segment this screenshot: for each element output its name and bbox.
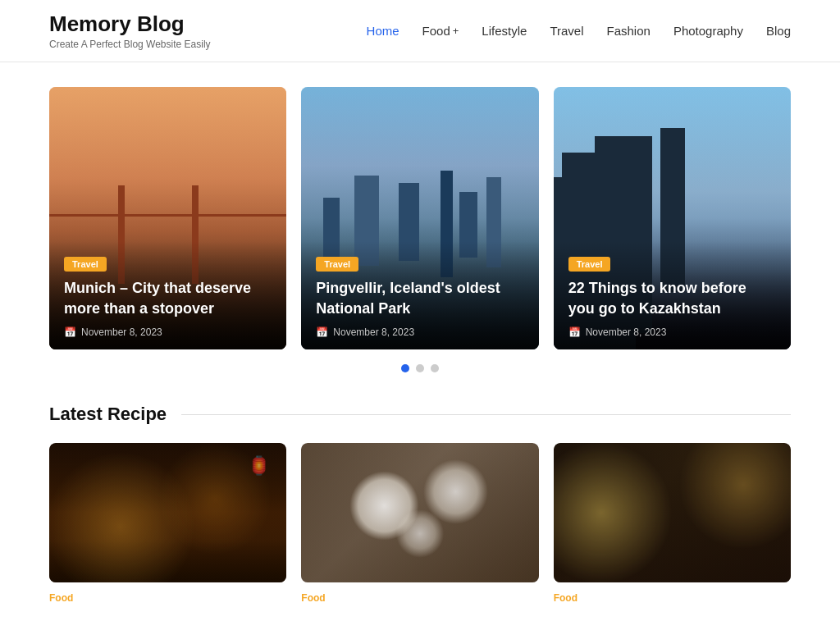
main-nav: Home Food + Lifestyle Travel Fashion Pho… — [367, 24, 791, 38]
slide-card-3[interactable]: Travel 22 Things to know before you go t… — [554, 87, 791, 349]
slide-date-2: 📅 November 8, 2023 — [316, 326, 523, 338]
slide-title-3: 22 Things to know before you go to Kazak… — [568, 278, 776, 318]
food-plus-icon: + — [453, 25, 459, 37]
dot-1[interactable] — [401, 364, 409, 372]
nav-lifestyle[interactable]: Lifestyle — [482, 24, 527, 38]
calendar-icon-1: 📅 — [64, 326, 76, 338]
calendar-icon-3: 📅 — [568, 326, 581, 338]
recipe-grid: Food Food Food — [49, 443, 791, 605]
dot-2[interactable] — [416, 364, 424, 372]
slider-dots — [49, 349, 791, 379]
hero-slider: Travel Munich – City that deserve more t… — [0, 62, 840, 379]
nav-food[interactable]: Food + — [422, 24, 459, 38]
recipe-tag-1: Food — [49, 591, 286, 605]
recipe-tag-3: Food — [554, 591, 791, 605]
slide-tag-3: Travel — [568, 257, 611, 272]
nav-travel[interactable]: Travel — [550, 24, 583, 38]
recipe-image-3 — [554, 443, 791, 582]
slide-overlay-1: Travel Munich – City that deserve more t… — [49, 241, 286, 349]
latest-recipe-section: Latest Recipe Food Food Food — [0, 379, 840, 622]
recipe-tag-2: Food — [301, 591, 538, 605]
recipe-image-1 — [49, 443, 286, 582]
nav-fashion[interactable]: Fashion — [607, 24, 651, 38]
nav-home[interactable]: Home — [367, 24, 399, 38]
recipe-card-1[interactable]: Food — [49, 443, 286, 605]
slide-title-1: Munich – City that deserve more than a s… — [64, 278, 272, 318]
logo-subtitle: Create A Perfect Blog Website Easily — [49, 39, 211, 50]
section-title: Latest Recipe — [49, 404, 167, 425]
logo: Memory Blog Create A Perfect Blog Websit… — [49, 11, 211, 50]
section-divider — [181, 414, 791, 415]
slide-overlay-3: Travel 22 Things to know before you go t… — [554, 241, 791, 349]
logo-title: Memory Blog — [49, 11, 211, 37]
slide-title-2: Pingvellir, Iceland's oldest National Pa… — [316, 278, 523, 318]
nav-blog[interactable]: Blog — [766, 24, 791, 38]
slide-date-3: 📅 November 8, 2023 — [568, 326, 776, 338]
recipe-image-2 — [301, 443, 538, 582]
dot-3[interactable] — [431, 364, 439, 372]
slide-overlay-2: Travel Pingvellir, Iceland's oldest Nati… — [301, 241, 538, 349]
section-header: Latest Recipe — [49, 404, 791, 425]
slider-grid: Travel Munich – City that deserve more t… — [49, 87, 791, 349]
slide-date-1: 📅 November 8, 2023 — [64, 326, 272, 338]
recipe-card-3[interactable]: Food — [554, 443, 791, 605]
recipe-card-2[interactable]: Food — [301, 443, 538, 605]
header: Memory Blog Create A Perfect Blog Websit… — [0, 0, 840, 62]
slide-card-2[interactable]: Travel Pingvellir, Iceland's oldest Nati… — [301, 87, 538, 349]
slide-tag-2: Travel — [316, 257, 358, 272]
calendar-icon-2: 📅 — [316, 326, 328, 338]
slide-card-1[interactable]: Travel Munich – City that deserve more t… — [49, 87, 286, 349]
nav-photography[interactable]: Photography — [673, 24, 743, 38]
slide-tag-1: Travel — [64, 257, 107, 272]
